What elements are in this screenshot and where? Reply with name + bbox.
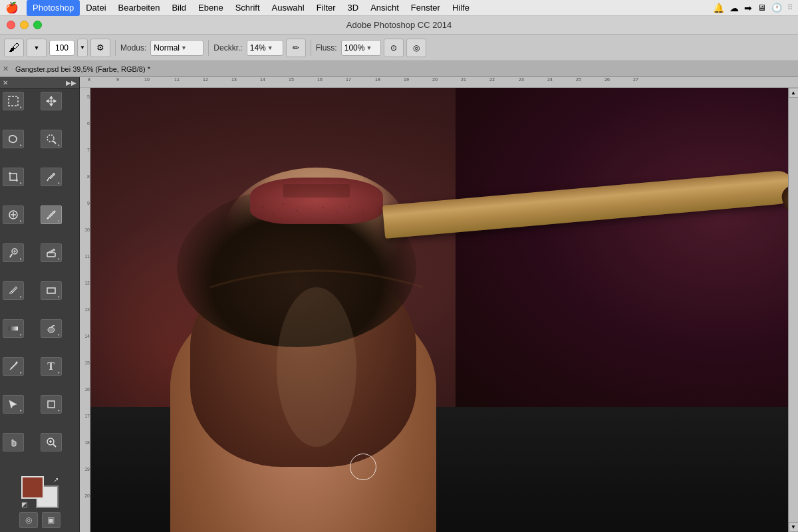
svg-rect-12 bbox=[47, 288, 55, 293]
eyedropper-tool[interactable]: ▸ bbox=[41, 168, 62, 186]
ruler-tick-15: 15 bbox=[289, 77, 294, 82]
tools-panel-expand[interactable]: ▶▶ bbox=[66, 79, 76, 86]
path-select-tool[interactable]: ▸ bbox=[3, 395, 24, 414]
text-tool[interactable]: T ▸ bbox=[41, 357, 62, 376]
menu-bearbeiten[interactable]: Bearbeiten bbox=[112, 0, 166, 16]
ruler-tick-21: 21 bbox=[461, 77, 466, 82]
pen-tool[interactable]: ▸ bbox=[3, 357, 24, 376]
fluss-value: 100% bbox=[344, 43, 365, 53]
menu-bild[interactable]: Bild bbox=[166, 0, 192, 16]
menu-ebene[interactable]: Ebene bbox=[192, 0, 229, 16]
brush-size-input[interactable]: 100 bbox=[49, 40, 74, 56]
healing-brush-tool[interactable]: ▸ bbox=[3, 205, 24, 224]
apple-menu[interactable]: 🍎 bbox=[5, 1, 19, 14]
svg-point-15 bbox=[16, 362, 18, 364]
ruler-tick-12: 12 bbox=[203, 77, 208, 82]
ruler-tick-9: 9 bbox=[116, 77, 119, 82]
modus-arrow: ▼ bbox=[181, 45, 187, 51]
foreground-color-swatch[interactable] bbox=[21, 476, 44, 499]
menu-3d[interactable]: 3D bbox=[342, 0, 365, 16]
eraser-tool[interactable]: ▸ bbox=[3, 281, 24, 300]
color-swatches: ↗ ◩ bbox=[21, 476, 59, 508]
ruler-tick-13: 13 bbox=[231, 77, 237, 82]
scroll-down-button[interactable]: ▼ bbox=[789, 522, 799, 532]
canvas-wrapper: 8 9 10 11 12 13 14 15 16 17 18 19 20 21 … bbox=[80, 77, 798, 532]
screen-icon[interactable]: 🖥 bbox=[757, 3, 766, 13]
tools-panel-close[interactable]: ✕ bbox=[3, 79, 8, 86]
separator-3 bbox=[311, 40, 311, 56]
menu-ansicht[interactable]: Ansicht bbox=[364, 0, 405, 16]
marquee-tool[interactable]: ▸ bbox=[3, 92, 24, 110]
close-button[interactable] bbox=[7, 21, 15, 29]
standard-mode-button[interactable]: ◎ bbox=[19, 512, 38, 528]
canvas-area[interactable] bbox=[90, 88, 788, 532]
svg-rect-13 bbox=[9, 327, 18, 331]
gradient-tool[interactable]: ▸ bbox=[3, 319, 24, 338]
airbrush-button[interactable]: ◎ bbox=[406, 39, 426, 57]
ruler-tick-26: 26 bbox=[604, 77, 610, 82]
minimize-button[interactable] bbox=[20, 21, 29, 29]
ruler-top: 8 9 10 11 12 13 14 15 16 17 18 19 20 21 … bbox=[80, 77, 798, 88]
scrollbar-right[interactable]: ▲ ▼ bbox=[788, 88, 798, 532]
brush-tool[interactable]: ▸ bbox=[41, 205, 62, 224]
reset-colors-icon[interactable]: ◩ bbox=[21, 501, 27, 508]
hand-tool[interactable] bbox=[3, 433, 24, 452]
menu-fenster[interactable]: Fenster bbox=[405, 0, 446, 16]
brush-options-arrow[interactable]: ▼ bbox=[27, 39, 47, 57]
svg-line-18 bbox=[53, 444, 56, 447]
brush-tool-button[interactable]: 🖌 bbox=[4, 39, 24, 57]
menu-auswahl[interactable]: Auswahl bbox=[266, 0, 311, 16]
shape-tool[interactable]: ▸ bbox=[41, 395, 62, 414]
window-title: Adobe Photoshop CC 2014 bbox=[346, 20, 452, 30]
brush-size-dropdown[interactable]: ▼ bbox=[77, 39, 88, 57]
tab-close-button[interactable]: ✕ bbox=[3, 65, 9, 73]
menu-datei[interactable]: Datei bbox=[80, 0, 112, 16]
fluss-select[interactable]: 100% ▼ bbox=[341, 40, 381, 56]
notification-icon[interactable]: 🔔 bbox=[713, 3, 724, 13]
ruler-left-19: 19 bbox=[84, 467, 90, 471]
ruler-left-17: 17 bbox=[84, 414, 90, 418]
menu-filter[interactable]: Filter bbox=[311, 0, 342, 16]
modus-value: Normal bbox=[154, 43, 180, 53]
clock-icon[interactable]: 🕐 bbox=[771, 3, 782, 13]
scroll-track[interactable] bbox=[789, 98, 799, 522]
clone-stamp-tool[interactable]: ▸ bbox=[3, 243, 24, 262]
tools-panel: ✕ ▶▶ ▸ ▸ ▸ ▸ bbox=[0, 77, 80, 532]
pressure-opacity-button[interactable]: ✏ bbox=[286, 39, 306, 57]
fullscreen-button[interactable] bbox=[33, 21, 42, 29]
menubar: 🍎 Photoshop Datei Bearbeiten Bild Ebene … bbox=[0, 0, 798, 16]
brush-settings-button[interactable]: ⚙ bbox=[90, 39, 110, 57]
scroll-up-button[interactable]: ▲ bbox=[789, 88, 799, 98]
deckkr-value: 14% bbox=[250, 43, 266, 53]
quick-mask-button[interactable]: ▣ bbox=[42, 512, 61, 528]
menu-schrift[interactable]: Schrift bbox=[229, 0, 266, 16]
svg-point-2 bbox=[47, 135, 54, 142]
modus-select[interactable]: Normal ▼ bbox=[150, 40, 203, 56]
titlebar: Adobe Photoshop CC 2014 bbox=[0, 16, 798, 35]
menu-photoshop[interactable]: Photoshop bbox=[27, 0, 80, 16]
quick-select-tool[interactable]: ▸ bbox=[41, 130, 62, 148]
move-tool[interactable] bbox=[41, 92, 62, 110]
deckkr-select[interactable]: 14% ▼ bbox=[247, 40, 283, 56]
toolbar: 🖌 ▼ 100 ▼ ⚙ Modus: Normal ▼ Deckkr.: 14%… bbox=[0, 35, 798, 61]
ruler-tick-24: 24 bbox=[547, 77, 553, 82]
ruler-left-15: 15 bbox=[84, 360, 90, 365]
menu-hilfe[interactable]: Hilfe bbox=[446, 0, 475, 16]
tabbar: ✕ Gangster.psd bei 39,5% (Farbe, RGB/8) … bbox=[0, 61, 798, 77]
pressure-flow-button[interactable]: ⊙ bbox=[384, 39, 404, 57]
fluss-label: Fluss: bbox=[316, 43, 337, 53]
svg-rect-16 bbox=[48, 401, 55, 408]
ruler-left-12: 12 bbox=[84, 281, 90, 285]
bg-eraser-tool[interactable]: ▸ bbox=[41, 243, 62, 262]
rect-tool[interactable]: ▸ bbox=[41, 281, 62, 300]
blob-brush-tool[interactable]: ▸ bbox=[41, 319, 62, 338]
lasso-tool[interactable]: ▸ bbox=[3, 130, 24, 148]
cloud-icon[interactable]: ☁ bbox=[730, 3, 739, 13]
arrow-icon[interactable]: ➡ bbox=[744, 3, 752, 13]
swap-colors-icon[interactable]: ↗ bbox=[53, 476, 59, 483]
zoom-tool[interactable] bbox=[41, 433, 62, 452]
ruler-left-20: 20 bbox=[84, 493, 90, 498]
expand-icon[interactable]: ⠿ bbox=[787, 3, 793, 12]
crop-tool[interactable]: ▸ bbox=[3, 168, 24, 186]
photo-lips bbox=[250, 178, 383, 224]
